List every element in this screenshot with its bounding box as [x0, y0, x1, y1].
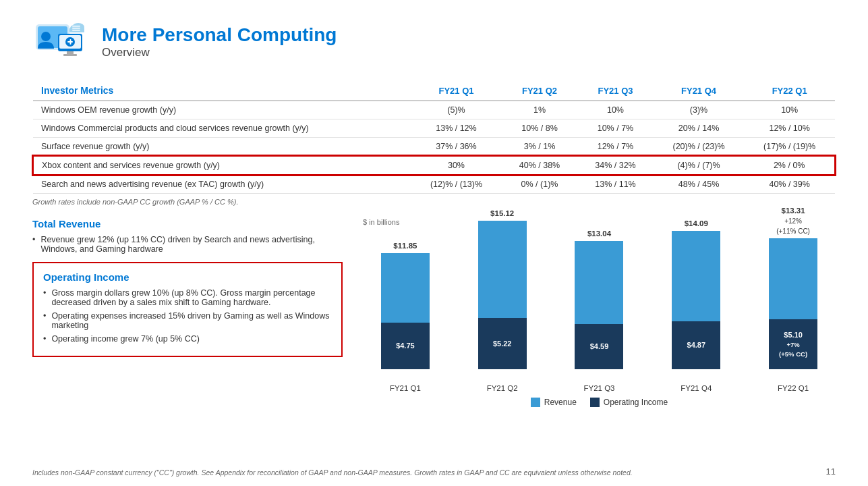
chart-legend: RevenueOperating Income [363, 398, 836, 407]
legend-label: Operating Income [604, 398, 668, 407]
col-header-fy21q2: FY21 Q2 [502, 81, 577, 101]
table-row: Windows OEM revenue growth (y/y)(5)%1%10… [33, 101, 835, 119]
bar-top-label: $15.12 [490, 209, 514, 219]
table-cell-value: 48% / 45% [654, 175, 745, 194]
bar-income-label: $5.22 [493, 339, 512, 348]
slide-footer: Includes non-GAAP constant currency ("CC… [32, 466, 836, 477]
revenue-bullet-1: Revenue grew 12% (up 11% CC) driven by S… [32, 235, 343, 254]
col-header-fy21q4: FY21 Q4 [654, 81, 745, 101]
table-cell-value: 12% / 7% [577, 138, 653, 157]
bar-container: $4.59 [575, 241, 623, 369]
legend-item: Operating Income [590, 398, 668, 407]
table-cell-value: (4)% / (7)% [654, 156, 745, 175]
bar-income-label: $4.75 [396, 341, 415, 350]
bar-income: $4.87 [672, 321, 720, 369]
table-cell-value: 10% [744, 101, 835, 119]
income-bullet-3: Operating income grew 7% (up 5% CC) [43, 334, 332, 344]
bar-x-label: FY21 Q3 [583, 384, 614, 392]
bar-revenue [381, 253, 430, 323]
table-cell-value: 3% / 1% [502, 138, 577, 157]
table-cell-value: 0% / (1)% [502, 175, 577, 194]
table-row: Search and news advertising revenue (ex … [33, 175, 835, 194]
table-cell-value: 40% / 38% [502, 156, 577, 175]
bar-group: $13.04$4.59FY21 Q3 [557, 229, 642, 392]
table-cell-label: Windows Commercial products and cloud se… [33, 119, 411, 138]
bar-group: $13.31+12%(+11% CC)$5.10+7%(+5% CC)FY22 … [751, 206, 836, 392]
chart-section: $ in billions $11.85$4.75FY21 Q1$15.12$5… [363, 218, 836, 407]
table-cell-value: (12)% / (13)% [411, 175, 502, 194]
table-cell-label: Search and news advertising revenue (ex … [33, 175, 411, 194]
page-subtitle: Overview [102, 46, 337, 59]
table-cell-value: 40% / 39% [744, 175, 835, 194]
legend-item: Revenue [531, 398, 577, 407]
table-cell-value: 20% / 14% [654, 119, 745, 138]
bar-top-label: $14.09 [685, 219, 708, 229]
bar-group: $14.09$4.87FY21 Q4 [654, 219, 739, 392]
legend-color-box [590, 398, 600, 407]
total-revenue-title: Total Revenue [32, 218, 343, 230]
svg-rect-5 [67, 51, 74, 54]
table-cell-value: 2% / 0% [744, 156, 835, 175]
bar-container: $5.10+7%(+5% CC) [769, 238, 817, 369]
footer-note: Includes non-GAAP constant currency ("CC… [32, 468, 633, 477]
bar-x-label: FY21 Q2 [487, 384, 518, 392]
table-cell-value: 12% / 10% [744, 119, 835, 138]
bar-income: $5.22 [478, 318, 527, 369]
svg-rect-15 [72, 28, 80, 29]
table-cell-value: (3)% [654, 101, 745, 119]
table-cell-value: 34% / 32% [577, 156, 653, 175]
bar-container: $5.22 [478, 221, 527, 369]
table-row: Xbox content and services revenue growth… [33, 156, 835, 175]
header-text: More Personal Computing Overview [102, 24, 337, 59]
bar-revenue [575, 241, 623, 324]
table-cell-value: 30% [411, 156, 502, 175]
slide-number: 11 [826, 466, 836, 477]
section-icon [32, 19, 90, 65]
bar-x-label: FY21 Q1 [390, 384, 421, 392]
bar-income-label: $4.59 [590, 342, 609, 351]
operating-income-title: Operating Income [43, 271, 332, 283]
bar-income: $4.75 [381, 323, 430, 369]
table-cell-value: 10% / 7% [577, 119, 653, 138]
bar-container: $4.87 [672, 231, 720, 369]
svg-rect-14 [72, 26, 80, 27]
legend-label: Revenue [544, 398, 577, 407]
bar-income: $5.10+7%(+5% CC) [769, 319, 817, 369]
bar-top-label: $13.04 [587, 229, 611, 239]
bottom-section: Total Revenue Revenue grew 12% (up 11% C… [32, 218, 836, 407]
bar-top-label: $13.31+12%(+11% CC) [776, 206, 810, 236]
table-cell-value: 13% / 11% [577, 175, 653, 194]
table-cell-value: 13% / 12% [411, 119, 502, 138]
bar-income-label: $4.87 [687, 340, 706, 350]
table-cell-value: 37% / 36% [411, 138, 502, 157]
bar-revenue [478, 221, 527, 318]
table-cell-value: 10% [577, 101, 653, 119]
col-header-fy22q1: FY22 Q1 [744, 81, 835, 101]
operating-income-box: Operating Income Gross margin dollars gr… [32, 262, 343, 357]
slide: More Personal Computing Overview Investo… [0, 0, 868, 486]
chart-area: $11.85$4.75FY21 Q1$15.12$5.22FY21 Q2$13.… [363, 230, 836, 392]
header: More Personal Computing Overview [32, 19, 836, 65]
svg-point-2 [41, 32, 51, 41]
bar-top-label: $11.85 [393, 241, 417, 251]
table-cell-label: Windows OEM revenue growth (y/y) [33, 101, 411, 119]
left-panel: Total Revenue Revenue grew 12% (up 11% C… [32, 218, 343, 407]
bar-x-label: FY22 Q1 [778, 384, 809, 392]
table-cell-value: (5)% [411, 101, 502, 119]
bar-income-label: $5.10+7%(+5% CC) [779, 330, 807, 359]
bar-income: $4.59 [575, 324, 623, 369]
col-header-fy21q3: FY21 Q3 [577, 81, 653, 101]
table-cell-value: (20)% / (23)% [654, 138, 745, 157]
page-title: More Personal Computing [102, 24, 337, 46]
investor-metrics-table: Investor Metrics FY21 Q1 FY21 Q2 FY21 Q3… [32, 81, 836, 194]
svg-rect-16 [72, 30, 80, 31]
col-header-fy21q1: FY21 Q1 [411, 81, 502, 101]
bar-revenue [769, 238, 817, 319]
table-row: Windows Commercial products and cloud se… [33, 119, 835, 138]
table-row: Surface revenue growth (y/y)37% / 36%3% … [33, 138, 835, 157]
bar-x-label: FY21 Q4 [681, 384, 712, 392]
bar-group: $11.85$4.75FY21 Q1 [363, 241, 448, 392]
bar-container: $4.75 [381, 253, 430, 369]
bar-group: $15.12$5.22FY21 Q2 [460, 209, 545, 392]
bar-revenue [672, 231, 720, 321]
